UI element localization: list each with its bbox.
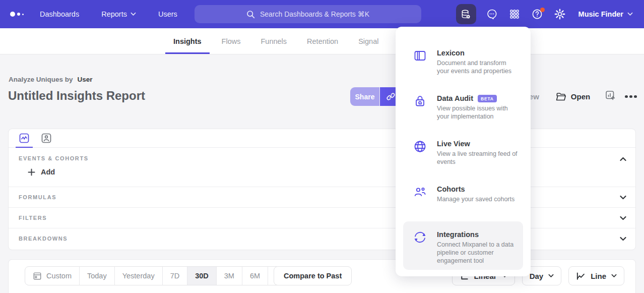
menu-item-title: Live View — [437, 140, 470, 148]
primary-nav: Dashboards Reports Users — [40, 10, 177, 18]
calendar-icon — [33, 271, 42, 280]
apps-grid-button[interactable] — [507, 7, 522, 21]
range-custom[interactable]: Custom — [25, 267, 79, 285]
menu-item-live-view[interactable]: Live View View a live streaming feed of … — [403, 131, 523, 175]
section-formulas[interactable]: FORMULAS — [9, 187, 635, 207]
plus-icon — [28, 168, 35, 176]
chevron-down-icon — [627, 12, 633, 16]
interval-label: Day — [530, 272, 544, 280]
range-label: 6M — [250, 272, 260, 280]
add-event-button[interactable]: Add — [28, 168, 55, 176]
tab-funnels[interactable]: Funnels — [252, 28, 295, 54]
range-6m[interactable]: 6M — [242, 267, 268, 285]
menu-item-description: Connect Mixpanel to a data pipeline or c… — [437, 241, 518, 265]
range-7d[interactable]: 7D — [162, 267, 187, 285]
section-events-cohorts: EVENTS & COHORTS Add — [9, 148, 635, 187]
folder-open-icon — [555, 91, 566, 102]
share-button[interactable]: Share — [350, 87, 379, 106]
range-label: Yesterday — [122, 272, 155, 280]
tab-profiles-view[interactable] — [35, 129, 57, 147]
link-icon — [386, 92, 396, 101]
range-label: Today — [87, 272, 107, 280]
range-label: 7D — [170, 272, 180, 280]
data-management-popup-menu: Lexicon Document and transform your even… — [396, 27, 531, 276]
chevron-down-icon — [131, 12, 136, 16]
search-input[interactable]: Search Dashboards & Reports ⌘K — [195, 5, 421, 23]
chart-type-dropdown[interactable]: Line — [568, 266, 624, 285]
section-filters[interactable]: FILTERS — [9, 207, 635, 228]
line-chart-icon — [576, 271, 586, 281]
tab-label: Funnels — [261, 37, 287, 45]
report-tabs-bar: Insights Flows Funnels Retention Signal … — [0, 28, 644, 54]
range-label: Custom — [46, 272, 72, 280]
chevron-down-icon — [620, 195, 626, 200]
collapse-section-button[interactable] — [620, 154, 626, 163]
cohorts-people-icon — [413, 185, 428, 215]
pulse-chart-icon — [19, 133, 29, 143]
help-button[interactable] — [530, 7, 544, 21]
menu-item-integrations[interactable]: Integrations Connect Mixpanel to a data … — [403, 221, 523, 270]
notification-dot — [540, 8, 545, 12]
compare-to-past-button[interactable]: Compare to Past — [274, 266, 352, 285]
range-today[interactable]: Today — [79, 267, 114, 285]
range-yesterday[interactable]: Yesterday — [114, 267, 162, 285]
menu-item-lexicon[interactable]: Lexicon Document and transform your even… — [403, 40, 523, 84]
chevron-down-icon — [620, 216, 626, 220]
project-switcher[interactable]: Music Finder — [578, 10, 633, 18]
topbar-icon-group: Music Finder — [456, 0, 644, 28]
analyze-entity-value[interactable]: User — [78, 76, 93, 83]
chevron-down-icon — [620, 237, 626, 241]
top-navigation-bar: Dashboards Reports Users Search Dashboar… — [0, 0, 644, 28]
tab-retention[interactable]: Retention — [299, 28, 346, 54]
analyze-uniques-row: Analyze Uniques byUser — [9, 76, 93, 83]
search-icon — [246, 10, 255, 19]
globe-icon — [413, 140, 428, 170]
mixpanel-logo-icon[interactable] — [10, 12, 24, 17]
section-label: FORMULAS — [19, 194, 56, 200]
open-report-button[interactable]: Open — [555, 91, 590, 102]
tab-events-view[interactable] — [13, 129, 35, 147]
tab-label: Insights — [173, 37, 202, 45]
section-label: BREAKDOWNS — [19, 236, 68, 242]
search-placeholder: Search Dashboards & Reports ⌘K — [260, 10, 369, 18]
database-gear-icon — [460, 9, 472, 20]
share-button-group: Share — [350, 87, 401, 106]
menu-item-title: Cohorts — [437, 185, 465, 193]
feedback-button[interactable] — [485, 7, 499, 21]
tab-insights[interactable]: Insights — [165, 28, 210, 54]
data-audit-lock-icon — [413, 94, 428, 125]
section-breakdowns[interactable]: BREAKDOWNS — [9, 228, 635, 249]
chart-controls-toolbar: Custom Today Yesterday 7D 30D 3M 6M 12M … — [8, 259, 636, 293]
open-label: Open — [571, 92, 590, 101]
range-3m[interactable]: 3M — [216, 267, 242, 285]
section-label: FILTERS — [19, 215, 47, 221]
tab-signal[interactable]: Signal — [350, 28, 387, 54]
menu-item-cohorts[interactable]: Cohorts Manage your saved cohorts — [403, 176, 523, 220]
range-30d[interactable]: 30D — [187, 267, 216, 285]
menu-item-description: Document and transform your events and p… — [437, 60, 518, 76]
gear-icon — [554, 8, 566, 20]
more-options-button[interactable] — [624, 92, 638, 101]
menu-item-description: View possible issues with your implement… — [437, 105, 518, 121]
menu-item-description: View a live streaming feed of events — [437, 150, 518, 166]
settings-button[interactable] — [553, 7, 567, 21]
menu-item-data-audit[interactable]: Data Audit BETA View possible issues wit… — [403, 85, 523, 130]
tab-label: Retention — [307, 37, 338, 45]
nav-reports[interactable]: Reports — [101, 10, 136, 18]
project-name: Music Finder — [578, 10, 623, 18]
data-management-button[interactable] — [456, 4, 476, 24]
tab-label: Flows — [222, 37, 241, 45]
nav-dashboards[interactable]: Dashboards — [40, 10, 79, 18]
range-label: 3M — [224, 272, 234, 280]
nav-users[interactable]: Users — [158, 10, 177, 18]
nav-users-label: Users — [158, 10, 177, 18]
add-to-dashboard-button[interactable] — [605, 90, 616, 103]
menu-item-title: Lexicon — [437, 49, 465, 57]
tab-flows[interactable]: Flows — [214, 28, 249, 54]
menu-item-title: Data Audit — [437, 94, 473, 102]
chart-add-icon — [605, 90, 616, 101]
report-title[interactable]: Untitled Insights Report — [8, 89, 145, 103]
query-builder-panel: EVENTS & COHORTS Add FORMULAS FILTERS BR… — [8, 129, 636, 250]
section-label: EVENTS & COHORTS — [19, 155, 89, 161]
lexicon-icon — [413, 49, 428, 79]
